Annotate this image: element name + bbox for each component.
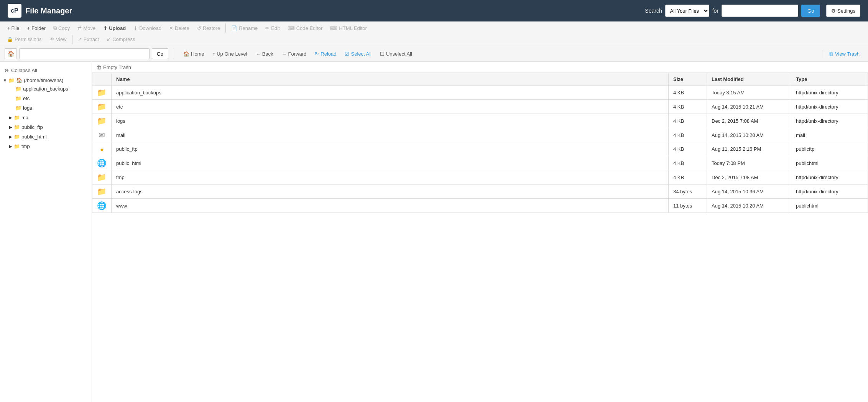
app-logo: cP File Manager [8,4,72,18]
copy-icon: ⧉ [53,25,57,31]
collapse-icon: ⊖ [5,68,9,73]
nav-select-all[interactable]: ☑ Select All [341,49,375,58]
sidebar-item-label: mail [21,115,31,120]
col-size[interactable]: Size [669,73,707,86]
header: cP File Manager Search All Your Files Fi… [0,0,868,21]
search-input[interactable] [722,5,798,17]
cpanel-logo-icon: cP [8,4,21,18]
sidebar-item-label: application_backups [23,86,68,92]
file-name-link[interactable]: public_ftp [116,146,138,152]
sidebar-item-row-mail[interactable]: ▶📁mail [6,114,92,121]
file-type-cell: httpd/unix-directory [791,170,868,185]
file-size-cell: 4 KB [669,114,707,128]
toolbar-separator-2 [72,35,72,44]
col-checkbox [92,73,112,86]
search-label: Search [645,8,662,14]
table-row: 🌐public_html4 KBToday 7:08 PMpublichtml [92,156,868,170]
file-name-cell: public_ftp [112,142,669,156]
file-type-icon: 📁 [97,88,107,97]
upload-button[interactable]: ⬆ Upload [99,23,130,33]
sidebar-item-row-public_html[interactable]: ▶📁public_html [6,133,92,140]
nav-path-input[interactable] [19,48,150,59]
restore-button[interactable]: ↺ Restore [193,23,224,33]
file-name-cell: tmp [112,170,669,185]
file-name-cell: public_html [112,156,669,170]
forward-icon: → [282,51,287,57]
file-type-icon: 🌐 [97,159,107,167]
code-editor-button[interactable]: ⌨ Code Editor [284,23,327,33]
sidebar-item-row-etc[interactable]: 📁etc [6,95,92,102]
search-go-button[interactable]: Go [801,5,820,17]
file-type-icon: 📁 [97,187,107,196]
up-icon: ↑ [213,51,215,57]
sidebar-root-item[interactable]: ▼ 📁 🏠 (/home/timowens) [0,77,92,84]
file-table: Name Size Last Modified Type 📁applicatio… [92,73,868,213]
file-name-link[interactable]: www [116,203,127,209]
empty-trash-area: 🗑 Empty Trash [92,62,868,73]
permissions-icon: 🔒 [7,36,13,42]
col-name[interactable]: Name [112,73,669,86]
file-name-link[interactable]: etc [116,104,123,110]
nav-view-trash[interactable]: 🗑 View Trash [822,49,863,58]
file-name-link[interactable]: public_html [116,160,141,166]
toolbar-row-2: 🔒 Permissions 👁 View ↗ Extract ↙ Compres… [3,35,865,44]
file-size-cell: 4 KB [669,156,707,170]
file-name-link[interactable]: mail [116,132,125,138]
rename-button[interactable]: 📄 Rename [227,23,261,33]
file-type-icon: ✉ [99,131,105,139]
nav-home-button[interactable]: 🏠 [5,48,17,59]
permissions-button[interactable]: 🔒 Permissions [3,35,46,44]
download-icon: ⬇ [133,25,138,31]
file-type-icon: ⬥ [100,145,104,153]
nav-reload[interactable]: ↻ Reload [311,49,340,58]
file-modified-cell: Today 7:08 PM [707,156,791,170]
root-folder-icon: 📁 [8,77,15,83]
sidebar-item-row-logs[interactable]: 📁logs [6,104,92,112]
new-folder-button[interactable]: + Folder [23,23,49,33]
col-modified[interactable]: Last Modified [707,73,791,86]
sidebar-item-label: public_ftp [21,124,43,130]
sidebar-item-label: logs [23,105,32,111]
download-button[interactable]: ⬇ Download [130,23,165,33]
file-size-cell: 4 KB [669,128,707,142]
move-button[interactable]: ⇄ Move [74,23,99,33]
file-modified-cell: Today 3:15 AM [707,86,791,100]
row-checkbox-cell: ⬥ [92,142,112,156]
html-editor-button[interactable]: ⌨ HTML Editor [326,23,370,33]
sidebar-item-row-public_ftp[interactable]: ▶📁public_ftp [6,124,92,131]
home-icon-label: 🏠 [16,77,22,83]
copy-button[interactable]: ⧉ Copy [49,23,74,33]
expand-icon: ▶ [9,144,12,148]
view-button[interactable]: 👁 View [46,35,71,44]
sidebar-item-row-tmp[interactable]: ▶📁tmp [6,143,92,150]
settings-button[interactable]: ⚙ Settings [826,5,860,17]
search-scope-select[interactable]: All Your Files File Contents Filename [665,5,709,17]
delete-button[interactable]: ✕ Delete [165,23,193,33]
select-all-icon: ☑ [345,51,349,57]
file-type-icon: 📁 [97,102,107,111]
new-file-button[interactable]: + File [3,23,23,33]
col-type[interactable]: Type [791,73,868,86]
nav-up-one-level[interactable]: ↑ Up One Level [209,49,251,58]
file-size-cell: 11 bytes [669,199,707,213]
file-name-link[interactable]: access-logs [116,189,143,194]
plus-icon: + [27,25,30,31]
row-checkbox-cell: 📁 [92,114,112,128]
nav-forward[interactable]: → Forward [278,49,311,58]
file-name-link[interactable]: application_backups [116,90,161,96]
nav-go-button[interactable]: Go [152,48,168,59]
extract-button[interactable]: ↗ Extract [74,35,103,44]
nav-home-action[interactable]: 🏠 Home [179,49,208,58]
file-size-cell: 34 bytes [669,185,707,199]
nav-back[interactable]: ← Back [252,49,277,58]
empty-trash-button[interactable]: 🗑 Empty Trash [97,64,131,70]
nav-unselect-all[interactable]: ☐ Unselect All [376,49,416,58]
table-row: 📁etc4 KBAug 14, 2015 10:21 AMhttpd/unix-… [92,100,868,114]
file-name-link[interactable]: logs [116,118,125,124]
code-editor-icon: ⌨ [288,25,295,31]
compress-button[interactable]: ↙ Compress [103,35,139,44]
edit-button[interactable]: ✏ Edit [261,23,283,33]
file-name-link[interactable]: tmp [116,175,125,180]
sidebar-item-row-application_backups[interactable]: 📁application_backups [6,85,92,92]
collapse-all-button[interactable]: ⊖ Collapse All [0,65,92,76]
